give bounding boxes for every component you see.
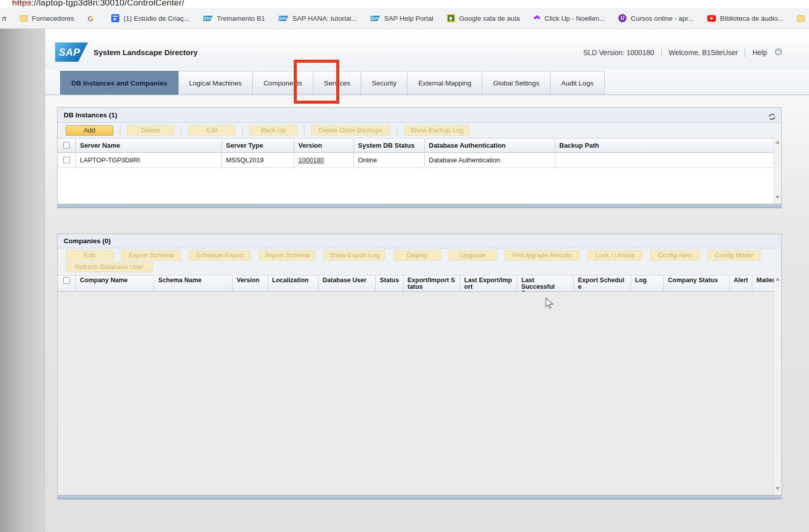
preupgrade-results-button[interactable]: PreUpgrade Results — [505, 250, 579, 260]
edit-company-button[interactable]: Edit — [66, 250, 113, 260]
scroll-up-arrow-icon[interactable] — [776, 141, 780, 144]
sap-icon: SAP — [203, 16, 213, 21]
bookmark-item[interactable]: rt — [2, 15, 6, 22]
column-header: Log — [631, 276, 664, 291]
column-header: Export/Import Status — [403, 276, 460, 291]
address-bar[interactable]: https://laptop-tgp3d8ri:30010/ControlCen… — [0, 0, 809, 8]
column-header: Database User — [319, 276, 376, 291]
page-left-margin — [0, 29, 44, 532]
lock-unlock-button[interactable]: Lock / Unlock — [588, 250, 642, 260]
bookmark-label: (1) Estúdio de Criaç... — [123, 15, 190, 22]
vertical-scrollbar[interactable] — [774, 138, 781, 204]
version-cell: 1000180 — [294, 153, 354, 167]
url-scheme: https — [12, 0, 31, 8]
tab-external-mapping[interactable]: External Mapping — [408, 71, 482, 95]
tab-logical-machines[interactable]: Logical Machines — [178, 71, 253, 95]
export-schema-button[interactable]: Export Schema — [121, 250, 181, 260]
version-link[interactable]: 1000180 — [298, 156, 324, 164]
column-header: System DB Status — [354, 139, 425, 152]
db-table-empty-area — [58, 168, 781, 204]
bookmark-item[interactable]: Google sala de aula — [447, 14, 520, 22]
horizontal-scrollbar[interactable] — [58, 495, 781, 499]
delete-button[interactable]: Delete — [127, 125, 174, 136]
config-mailer-button[interactable]: Config Mailer — [708, 250, 760, 260]
companies-title: Companies (0) — [58, 234, 781, 248]
database-authentication-cell: Database Authentication — [425, 153, 555, 167]
bookmark-label: Click Up - Noellen... — [545, 15, 605, 22]
db-toolbar: Add Delete Edit Back Up Delete Older Bac… — [58, 123, 781, 138]
column-header: Export Schedule — [574, 276, 631, 291]
schedule-export-button[interactable]: Schedule Export — [189, 250, 251, 260]
scroll-down-arrow-icon[interactable] — [776, 196, 780, 199]
select-all-checkbox-cell — [58, 139, 76, 152]
config-alert-button[interactable]: Config Alert — [650, 250, 700, 260]
delete-older-backups-button[interactable]: Delete Older Backups — [311, 125, 390, 136]
bookmark-label: SAP HANA: tutoriai... — [292, 15, 356, 22]
tab-global-settings[interactable]: Global Settings — [482, 71, 551, 95]
back-up-button[interactable]: Back Up — [249, 125, 297, 136]
add-button[interactable]: Add — [66, 125, 113, 136]
column-header: Database Authentication — [425, 139, 555, 152]
import-schema-button[interactable]: Import Schema — [259, 250, 316, 260]
select-all-checkbox[interactable] — [63, 277, 70, 284]
scroll-up-arrow-icon[interactable] — [776, 278, 780, 281]
toolbar-separator — [242, 126, 243, 135]
companies-panel: Companies (0) Edit Export Schema Schedul… — [57, 234, 782, 500]
column-header: Server Name — [76, 139, 222, 152]
bookmark-item[interactable]: SAPSAP Help Portal — [371, 15, 433, 22]
horizontal-scrollbar[interactable] — [58, 204, 781, 208]
bookmarks-bar: rt Fornecedores G (1) Estúdio de Criaç..… — [0, 8, 809, 29]
toolbar-separator — [397, 126, 397, 135]
udemy-icon: U — [618, 14, 626, 22]
server-type-cell: MSSQL2019 — [222, 153, 294, 167]
bookmark-item[interactable]: Biblioteca de áudio... — [707, 15, 783, 22]
table-row[interactable]: LAPTOP-TGP3D8RI MSSQL2019 1000180 Online… — [58, 153, 781, 168]
bookmark-item[interactable]: Click Up - Noellen... — [533, 14, 605, 22]
welcome-user-label: Welcome, B1SiteUser — [669, 49, 738, 57]
bookmark-item[interactable]: Fornecedores — [20, 15, 74, 22]
bookmark-item[interactable] — [797, 15, 809, 22]
server-name-cell: LAPTOP-TGP3D8RI — [76, 153, 222, 167]
row-checkbox[interactable] — [63, 157, 70, 163]
refresh-icon[interactable] — [768, 111, 776, 119]
select-all-checkbox[interactable] — [63, 142, 70, 149]
divider — [661, 49, 662, 57]
show-backup-log-button[interactable]: Show Backup Log — [404, 125, 470, 136]
bookmark-label: Google sala de aula — [459, 15, 520, 22]
db-table-header: Server Name Server Type Version System D… — [58, 138, 781, 153]
edit-button[interactable]: Edit — [188, 125, 236, 136]
refresh-database-user-button[interactable]: Refresh Database User — [66, 262, 153, 272]
folder-icon — [797, 15, 805, 22]
video-playlist-icon — [111, 14, 119, 22]
logout-power-icon[interactable] — [774, 48, 783, 58]
bookmark-item[interactable]: UCursos online - apr... — [618, 14, 694, 22]
column-header: Company Name — [76, 276, 154, 291]
column-header: Last Export/Import — [460, 276, 517, 291]
deploy-button[interactable]: Deploy — [393, 250, 441, 260]
bookmark-item[interactable]: SAPSAP HANA: tutoriai... — [279, 15, 356, 22]
column-header: Version — [233, 276, 268, 291]
column-header: Alert — [730, 276, 752, 291]
sld-version-label: SLD Version: 1000180 — [583, 49, 654, 57]
classroom-icon — [447, 14, 455, 22]
tab-security[interactable]: Security — [361, 71, 408, 95]
sap-logo: SAP — [55, 42, 88, 62]
page-url[interactable]: https://laptop-tgp3d8ri:30010/ControlCen… — [12, 0, 185, 8]
bookmark-label: Fornecedores — [32, 15, 74, 22]
show-export-log-button[interactable]: Show Export Log — [324, 250, 385, 260]
upgrade-button[interactable]: Upgrade — [449, 250, 497, 260]
bookmark-item[interactable]: SAPTreinamento B1 — [203, 15, 265, 22]
bookmark-label: Biblioteca de áudio... — [720, 15, 783, 22]
vertical-scrollbar[interactable] — [774, 275, 781, 495]
scroll-down-arrow-icon[interactable] — [776, 487, 780, 490]
tab-audit-logs[interactable]: Audit Logs — [551, 71, 605, 95]
toolbar-separator — [120, 126, 120, 135]
bookmark-item[interactable]: (1) Estúdio de Criaç... — [111, 14, 190, 22]
clickup-icon — [533, 15, 541, 22]
bookmark-label: SAP Help Portal — [384, 15, 433, 22]
system-db-status-cell: Online — [354, 153, 425, 167]
tab-db-instances-and-companies[interactable]: DB Instances and Companies — [60, 71, 178, 95]
row-checkbox-cell — [58, 153, 76, 167]
help-link[interactable]: Help — [752, 49, 767, 57]
bookmark-item[interactable]: G — [88, 14, 98, 23]
